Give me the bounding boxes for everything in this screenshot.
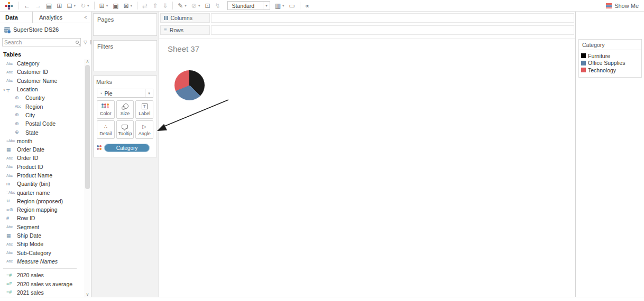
- color-button[interactable]: Color: [97, 100, 115, 119]
- pie-chart[interactable]: [174, 70, 205, 100]
- field-row[interactable]: ⊕ Postal Code: [0, 119, 84, 128]
- tab-analytics[interactable]: Analytics: [33, 12, 80, 23]
- swap-rows-columns-icon[interactable]: ⇄: [142, 3, 148, 9]
- field-type-icon: =#: [6, 273, 17, 278]
- pages-shelf[interactable]: Pages: [93, 13, 157, 36]
- columns-shelf-label: Columns: [160, 13, 210, 23]
- field-type-icon: =Abc: [6, 191, 17, 194]
- clear-sheet-icon[interactable]: ⊠: [123, 3, 128, 9]
- share-icon[interactable]: ∝: [305, 3, 310, 9]
- field-row[interactable]: Abc Sub-Category: [0, 249, 84, 257]
- field-row[interactable]: ∨ ┬ Location: [0, 85, 84, 93]
- collapse-pane-icon[interactable]: <: [80, 12, 91, 23]
- detail-button[interactable]: ∴ Detail: [97, 120, 115, 139]
- legend-row[interactable]: Technology: [581, 67, 639, 74]
- highlight-icon[interactable]: ✎: [178, 3, 183, 9]
- scrollbar-thumb[interactable]: [85, 65, 90, 189]
- forward-icon[interactable]: →: [35, 3, 41, 9]
- field-label: Row ID: [17, 215, 35, 221]
- field-row[interactable]: ▦ Order Date: [0, 145, 84, 154]
- field-row[interactable]: =Abc month: [0, 137, 84, 145]
- field-row[interactable]: Abc Measure Names: [0, 257, 84, 266]
- filter-fields-icon[interactable]: ▽: [84, 40, 87, 45]
- scroll-up-icon[interactable]: ∧: [86, 59, 89, 64]
- field-type-icon: ılı: [6, 182, 17, 186]
- field-type-icon: Abc: [6, 225, 17, 229]
- field-row[interactable]: ⊕ Country: [0, 93, 84, 102]
- columns-shelf-area[interactable]: [211, 13, 574, 23]
- field-row[interactable]: Abc Customer Name: [0, 77, 84, 85]
- field-row[interactable]: Abc Customer ID: [0, 68, 84, 76]
- new-datasource-icon[interactable]: ⊞: [57, 3, 62, 9]
- chevron-down-icon[interactable]: ▾: [131, 4, 133, 8]
- rows-shelf-area[interactable]: [211, 25, 574, 35]
- new-worksheet-icon[interactable]: ⊞: [99, 3, 105, 9]
- field-label: month: [17, 138, 32, 144]
- field-label: quarter name: [17, 190, 50, 196]
- fields-scrollbar[interactable]: ∧ ∨: [84, 59, 91, 297]
- angle-button[interactable]: ▷ Angle: [135, 120, 153, 139]
- field-row[interactable]: ⊎ Region (proposed): [0, 197, 84, 205]
- refresh-icon[interactable]: ↻: [80, 3, 86, 9]
- scroll-down-icon[interactable]: ∨: [86, 292, 89, 297]
- field-row[interactable]: ılı Quantity (bin): [0, 180, 84, 188]
- datasource-item[interactable]: SuperStore DS26: [0, 23, 91, 36]
- sort-ascending-icon[interactable]: ⇑: [152, 3, 158, 9]
- fit-selector[interactable]: Standard ▾: [227, 1, 270, 10]
- field-row[interactable]: Abc Ship Mode: [0, 240, 84, 248]
- chevron-down-icon[interactable]: ▾: [198, 4, 200, 8]
- chevron-down-icon[interactable]: ▾: [87, 4, 89, 8]
- field-row[interactable]: Abc Product Name: [0, 171, 84, 180]
- tooltip-button[interactable]: Tooltip: [116, 120, 134, 139]
- search-row: ▽ ▥ ▾: [0, 36, 91, 48]
- sort-descending-icon[interactable]: ⇓: [162, 3, 168, 9]
- field-row[interactable]: Abc Product ID: [0, 163, 84, 171]
- field-row[interactable]: # Row ID: [0, 214, 84, 222]
- label-button[interactable]: T Label: [135, 100, 153, 119]
- save-icon[interactable]: ▤: [46, 3, 52, 9]
- divider: [19, 2, 19, 10]
- fix-axes-icon[interactable]: ↯: [215, 3, 220, 9]
- field-row[interactable]: Abc Segment: [0, 223, 84, 231]
- angle-label: Angle: [139, 131, 151, 136]
- field-row[interactable]: =# 2020 sales vs average: [0, 279, 84, 288]
- chevron-down-icon[interactable]: ▾: [282, 4, 284, 8]
- search-box[interactable]: [2, 38, 81, 46]
- pill-row: Category: [97, 144, 153, 152]
- filters-shelf[interactable]: Filters: [93, 40, 157, 71]
- field-row[interactable]: ⊕ State: [0, 128, 84, 136]
- show-mark-labels-icon[interactable]: ⊡: [205, 3, 210, 9]
- search-input[interactable]: [4, 39, 76, 45]
- legend-row[interactable]: Office Supplies: [581, 60, 639, 67]
- field-label: Category: [17, 60, 40, 67]
- chevron-down-icon[interactable]: ▾: [145, 89, 153, 97]
- chevron-down-icon[interactable]: ▾: [73, 4, 76, 8]
- pause-updates-icon[interactable]: ⊟: [67, 3, 72, 9]
- mark-type-dropdown[interactable]: ◔ Pie ▾: [97, 89, 153, 98]
- duplicate-icon[interactable]: ▣: [113, 3, 118, 9]
- tooltip-label: Tooltip: [118, 131, 132, 136]
- tab-data[interactable]: Data: [0, 12, 33, 23]
- chevron-down-icon[interactable]: ▾: [106, 4, 108, 8]
- legend-row[interactable]: Furniture: [581, 52, 639, 60]
- field-row[interactable]: =⊕ Region mapping: [0, 205, 84, 214]
- show-hide-cards-icon[interactable]: ▥: [275, 3, 281, 9]
- show-me-button[interactable]: Show Me: [606, 3, 639, 9]
- legend-panel: Category Furniture Office Supplies Techn…: [575, 12, 644, 297]
- chevron-down-icon[interactable]: ▾: [263, 2, 270, 10]
- field-row[interactable]: =# 2021 sales: [0, 288, 84, 297]
- category-pill[interactable]: Category: [104, 144, 150, 152]
- field-type-icon: =#: [6, 290, 17, 295]
- back-icon[interactable]: ←: [24, 3, 30, 9]
- field-row[interactable]: ▦ Ship Date: [0, 231, 84, 240]
- field-row[interactable]: Abc Category: [0, 59, 84, 68]
- field-row[interactable]: Abc Region: [0, 102, 84, 110]
- field-row[interactable]: ⊕ City: [0, 111, 84, 119]
- presentation-mode-icon[interactable]: ▭: [289, 3, 295, 9]
- field-row[interactable]: =Abc quarter name: [0, 188, 84, 196]
- field-row[interactable]: =# 2020 sales: [0, 271, 84, 279]
- size-button[interactable]: Size: [116, 100, 134, 119]
- group-members-icon[interactable]: ⊘: [191, 3, 197, 9]
- chevron-down-icon[interactable]: ▾: [185, 4, 187, 8]
- field-row[interactable]: Abc Order ID: [0, 154, 84, 162]
